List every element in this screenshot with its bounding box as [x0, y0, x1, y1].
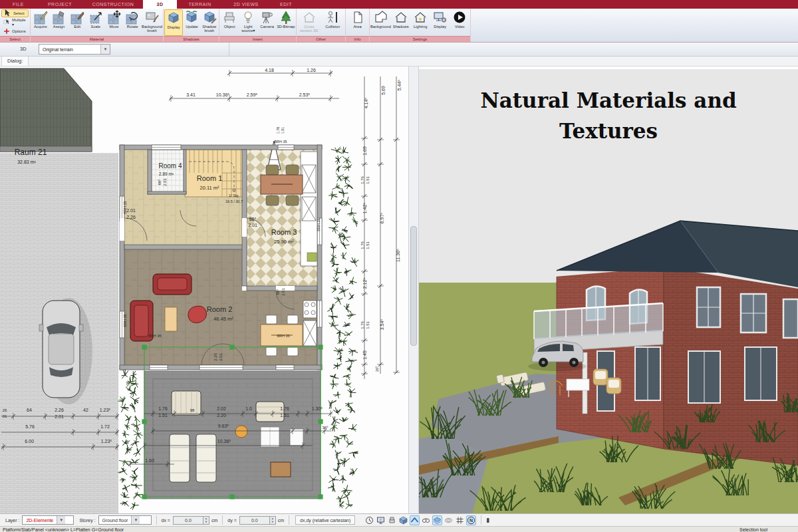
dy-input[interactable]: 0.0 — [239, 516, 270, 525]
lighting-button[interactable]: Lighting — [410, 9, 430, 36]
object-button[interactable]: Object — [220, 9, 239, 36]
group-label: Info — [346, 36, 369, 42]
display-button[interactable]: Display — [164, 9, 183, 36]
scale-button[interactable]: Scale — [86, 9, 105, 36]
multiple--button[interactable]: Multiple ▾ — [1, 19, 29, 27]
dim-label: 2.01 — [126, 208, 136, 213]
dialog-tab[interactable]: Dialog: — [1, 57, 29, 66]
ribbon: SelectMultiple ▾OptionsSelectAcquireAssi… — [0, 9, 798, 43]
light-button[interactable]: Light source▾ — [239, 9, 257, 36]
north-icon[interactable]: N — [466, 515, 476, 525]
dim-label: 1.51 — [366, 176, 370, 184]
cross-button[interactable]: Cross section 3D — [297, 9, 321, 36]
chevron-down-icon[interactable]: ▼ — [57, 516, 65, 524]
objects-icon[interactable] — [398, 515, 408, 525]
dim-label: 3.54⁵ — [380, 319, 384, 331]
tab-project[interactable]: PROJECT — [37, 0, 83, 9]
dim-label: 1.76 — [360, 321, 364, 329]
dim-label: 98 — [190, 408, 195, 412]
lighting-icon — [413, 10, 428, 25]
select-button[interactable]: Select — [1, 9, 29, 17]
floor-plan-canvas[interactable]: 4.181.263.4110.36⁵2.59⁵2.53⁵5.44⁵5.694.1… — [0, 66, 408, 513]
dim-label: 1.76 — [360, 241, 364, 249]
grid-icon[interactable] — [455, 515, 465, 525]
room-2-area: 46.45 m² — [213, 316, 233, 322]
move-button[interactable]: Move — [105, 9, 124, 36]
camera-button[interactable]: Camera — [258, 9, 277, 36]
dim-label: 1.23⁵ — [101, 439, 112, 444]
cube-icon — [166, 11, 181, 25]
roof-icon[interactable] — [410, 515, 420, 525]
ribbon-group-material: AcquireAssignEditScaleMoveRotateBackgrou… — [31, 9, 164, 42]
dy-spinner[interactable]: ▲▼ — [270, 516, 276, 525]
tab-file[interactable]: FILE — [0, 0, 37, 9]
collision-button[interactable]: Collision — [321, 9, 345, 36]
dx-label: dx = — [162, 518, 170, 523]
edit-icon — [70, 10, 84, 25]
video-button[interactable]: Video — [450, 9, 469, 36]
dim-label: 5.76 — [25, 424, 35, 429]
coordinate-mode-box[interactable]: dx,dy (relative cartesian) — [295, 515, 355, 525]
background-button[interactable]: Background — [370, 9, 391, 36]
dim-label: 1.09 — [362, 146, 367, 156]
storey-dropdown[interactable]: Ground floor ▼ — [98, 515, 152, 525]
monitor-icon — [433, 10, 448, 25]
tab-2d-views[interactable]: 2D VIEWS — [223, 0, 269, 9]
tab-terrain[interactable]: TERRAIN — [177, 0, 223, 9]
cross-section-icon — [302, 10, 317, 25]
tab-3d[interactable]: 3D — [143, 0, 177, 9]
dim-label: 1.0 — [245, 406, 252, 411]
terrain-dropdown[interactable]: Original terrain ▼ — [39, 44, 110, 55]
room-21-area: 32.83 m² — [17, 160, 36, 164]
3d-bitmap-button[interactable]: 3D-Bitmap — [277, 9, 295, 36]
area-icon — [350, 10, 365, 25]
update-button[interactable]: Update — [183, 9, 200, 36]
edit-button[interactable]: Edit — [68, 9, 86, 36]
chevron-down-icon[interactable]: ▼ — [100, 45, 110, 54]
options-button[interactable]: Options — [1, 27, 29, 35]
dim-label: 4.14⁵ — [364, 98, 368, 109]
swirl-icon[interactable] — [444, 515, 454, 525]
layers-icon[interactable] — [432, 515, 442, 525]
pane-scrollbar[interactable] — [408, 66, 419, 513]
dim-label: 6.97⁵ — [380, 213, 384, 224]
group-icon[interactable] — [421, 515, 431, 525]
dim-label: 36⁵ — [322, 426, 329, 430]
ribbon-group-settings: BackgroundShadowsLightingDisplayVideoSet… — [370, 9, 471, 42]
clock-icon[interactable] — [364, 515, 374, 525]
rotate-button[interactable]: Rotate — [123, 9, 142, 36]
multi-select-icon — [3, 18, 11, 27]
display-button[interactable]: Display — [430, 9, 450, 36]
button-label: Acquire — [34, 25, 47, 29]
dx-input[interactable]: 0.0 — [173, 516, 203, 525]
tab-construction[interactable]: CONSTRUCTION — [83, 0, 143, 9]
dim-label: 1.23⁵ — [100, 408, 111, 412]
shadow-button[interactable]: Shadow brush — [201, 9, 218, 36]
dim-label: 2.26 — [126, 215, 136, 219]
render-3d-canvas[interactable] — [419, 66, 798, 513]
button-label: Camera — [260, 25, 274, 29]
slider-handle[interactable]: ▮ — [486, 517, 489, 523]
background-button[interactable]: Background brush — [142, 9, 162, 36]
tab-edit[interactable]: EDIT — [269, 0, 303, 9]
area-button[interactable]: Area — [346, 9, 368, 36]
plus-icon — [3, 27, 11, 36]
dim-label: 1.76 — [360, 176, 364, 184]
chevron-down-icon[interactable]: ▼ — [131, 516, 140, 524]
acquire-button[interactable]: Acquire — [31, 9, 50, 36]
ribbon-group-select: SelectMultiple ▾OptionsSelect — [0, 9, 31, 42]
dx-spinner[interactable]: ▲▼ — [203, 516, 209, 525]
terrace[interactable] — [144, 371, 321, 499]
ribbon-tab-bar: FILEPROJECTCONSTRUCTION3DTERRAIN2D VIEWS… — [0, 0, 798, 9]
monitor-icon[interactable] — [376, 515, 386, 525]
assign-button[interactable]: Assign — [50, 9, 68, 36]
button-label: Video — [455, 25, 465, 29]
scrollbar-thumb[interactable] — [410, 226, 417, 346]
shadows-button[interactable]: Shadows — [391, 9, 411, 36]
printer-icon[interactable] — [387, 515, 397, 525]
car-top-view[interactable] — [39, 298, 92, 404]
dim-label: 1.30⁵ — [312, 406, 323, 411]
layer-dropdown[interactable]: 2D-Elemente ▼ — [22, 515, 74, 525]
cube-brush-icon — [202, 10, 217, 25]
dim-label: 2.01 — [163, 178, 167, 186]
